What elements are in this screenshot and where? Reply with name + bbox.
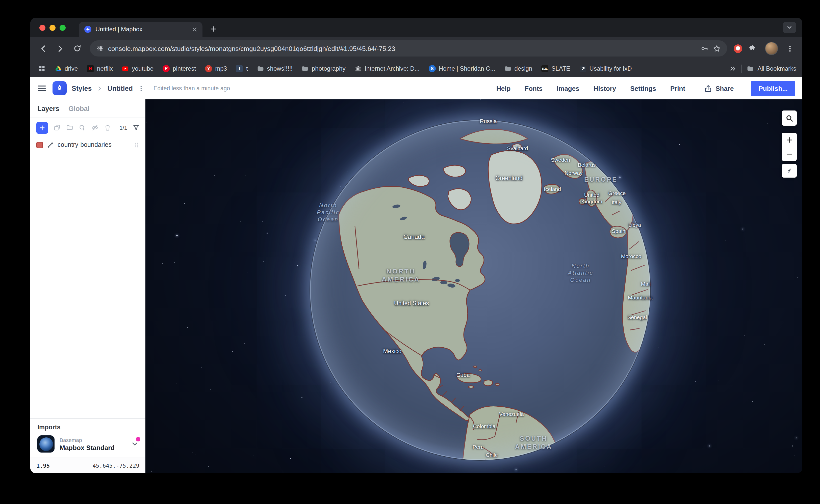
menu-fonts[interactable]: Fonts: [525, 85, 542, 92]
toggle-visibility-button[interactable]: [91, 124, 98, 131]
bookmark-photography[interactable]: photography: [298, 63, 349, 74]
layer-count: 1/1: [119, 125, 127, 131]
forward-icon: [56, 44, 64, 53]
tab-close-icon[interactable]: [190, 25, 198, 33]
profile-avatar[interactable]: [765, 42, 778, 55]
add-layer-button[interactable]: [36, 122, 48, 133]
star: [604, 466, 604, 467]
filter-layers-button[interactable]: [133, 124, 139, 131]
star: [752, 401, 753, 402]
studio-menu: HelpFontsImagesHistorySettingsPrint: [496, 85, 685, 92]
star: [174, 262, 175, 263]
folder-icon: [257, 65, 264, 72]
bookmark-slate[interactable]: D2LSLATE: [537, 63, 574, 74]
ixd-icon: [579, 65, 586, 72]
password-key-icon[interactable]: [701, 45, 709, 52]
zoom-out-button[interactable]: [782, 147, 797, 161]
url-bar[interactable]: console.mapbox.com/studio/styles/monatgn…: [90, 40, 727, 57]
star: [652, 361, 653, 361]
menu-images[interactable]: Images: [557, 85, 579, 92]
browser-toolbar: console.mapbox.com/studio/styles/monatgn…: [30, 37, 802, 60]
reload-button[interactable]: [70, 41, 85, 56]
browser-tab[interactable]: Untitled | Mapbox: [79, 22, 202, 37]
star: [750, 261, 750, 261]
hamburger-menu-icon[interactable]: [37, 84, 46, 93]
chevron-down-icon[interactable]: [131, 440, 138, 447]
bookmarks-overflow-chevrons-icon[interactable]: [729, 65, 737, 72]
menu-settings[interactable]: Settings: [630, 85, 656, 92]
back-icon: [39, 44, 47, 53]
delete-layer-button[interactable]: [104, 124, 111, 131]
star: [790, 469, 790, 470]
star: [742, 229, 743, 230]
plus-icon: [39, 124, 45, 131]
filter-funnel-icon: [133, 124, 139, 131]
cursor-coordinates: 45.645,-75.229: [93, 462, 139, 469]
tab-global[interactable]: Global: [68, 105, 90, 112]
star: [237, 371, 238, 372]
bookmark-netflix[interactable]: Nnetflix: [83, 63, 117, 74]
extensions-puzzle-icon[interactable]: [746, 41, 761, 56]
browser-menu-kebab-icon[interactable]: [782, 41, 797, 56]
adblock-extension-icon[interactable]: [734, 44, 742, 53]
star: [233, 351, 233, 352]
star: [800, 247, 800, 248]
map-canvas[interactable]: RussiaSvalbardSwedenBelarusNorwayEUROPEG…: [145, 99, 802, 473]
star: [244, 343, 245, 343]
map-search-button[interactable]: [782, 110, 797, 126]
archive-icon: [355, 65, 362, 72]
drag-handle-icon[interactable]: [134, 142, 139, 148]
layer-item-country-boundaries[interactable]: country-boundaries: [30, 137, 145, 152]
bookmark-design[interactable]: design: [500, 63, 536, 74]
tab-layers[interactable]: Layers: [37, 105, 59, 112]
star: [151, 471, 152, 471]
chevron-right-icon: [97, 86, 102, 91]
menu-help[interactable]: Help: [496, 85, 510, 92]
apps-grid-icon[interactable]: [36, 63, 47, 74]
star: [704, 176, 704, 176]
style-name[interactable]: Untitled: [107, 85, 133, 92]
star: [290, 458, 291, 459]
mp3-icon: Y: [205, 65, 212, 72]
bookmark-drive[interactable]: drive: [50, 63, 82, 74]
reset-bearing-button[interactable]: [782, 164, 797, 178]
back-button[interactable]: [35, 41, 50, 56]
compass-needle-icon: [786, 167, 793, 174]
all-bookmarks-button[interactable]: All Bookmarks: [747, 65, 796, 72]
bookmark-internet-archive-d[interactable]: Internet Archive: D...: [350, 63, 423, 74]
site-info-icon[interactable]: [96, 45, 103, 52]
bookmark-label: photography: [312, 65, 345, 72]
duplicate-layer-button[interactable]: [53, 124, 61, 131]
fullscreen-window-button[interactable]: [60, 25, 66, 31]
bookmark-usability-for-ixd[interactable]: Usability for IxD: [575, 63, 636, 74]
new-tab-button[interactable]: [207, 22, 220, 35]
studio-rocket-icon[interactable]: [52, 81, 67, 95]
menu-history[interactable]: History: [593, 85, 616, 92]
bookmark-t[interactable]: tt: [232, 63, 252, 74]
tab-list-chevron-icon[interactable]: [783, 22, 796, 33]
forward-button[interactable]: [52, 41, 68, 56]
style-options-kebab-icon[interactable]: [138, 85, 144, 92]
url-text[interactable]: console.mapbox.com/studio/styles/monatgn…: [108, 45, 696, 52]
zoom-in-button[interactable]: [782, 133, 797, 147]
bookmark-home-sheridan-c[interactable]: SHome | Sheridan C...: [425, 63, 499, 74]
menu-print[interactable]: Print: [670, 85, 685, 92]
close-window-button[interactable]: [39, 25, 45, 31]
window-controls: [39, 25, 66, 31]
slate-icon: D2L: [541, 65, 548, 72]
bookmark-pinterest[interactable]: Ppinterest: [158, 63, 200, 74]
zoom-control: [782, 133, 797, 161]
inspect-layer-button[interactable]: [79, 124, 86, 131]
group-layers-button[interactable]: [66, 124, 73, 131]
basemap-import-item[interactable]: Basemap Mapbox Standard: [37, 435, 138, 453]
share-button[interactable]: Share: [701, 84, 737, 93]
puerto-rico: [495, 383, 499, 385]
bookmark-shows[interactable]: shows!!!!!: [253, 63, 297, 74]
bookmark-star-icon[interactable]: [713, 45, 721, 52]
bookmark-mp3[interactable]: Ymp3: [201, 63, 231, 74]
bookmark-youtube[interactable]: youtube: [118, 63, 157, 74]
publish-button[interactable]: Publish...: [751, 80, 795, 96]
breadcrumb-styles[interactable]: Styles: [72, 85, 92, 92]
bookmark-label: SLATE: [551, 65, 570, 72]
minimize-window-button[interactable]: [49, 25, 55, 31]
